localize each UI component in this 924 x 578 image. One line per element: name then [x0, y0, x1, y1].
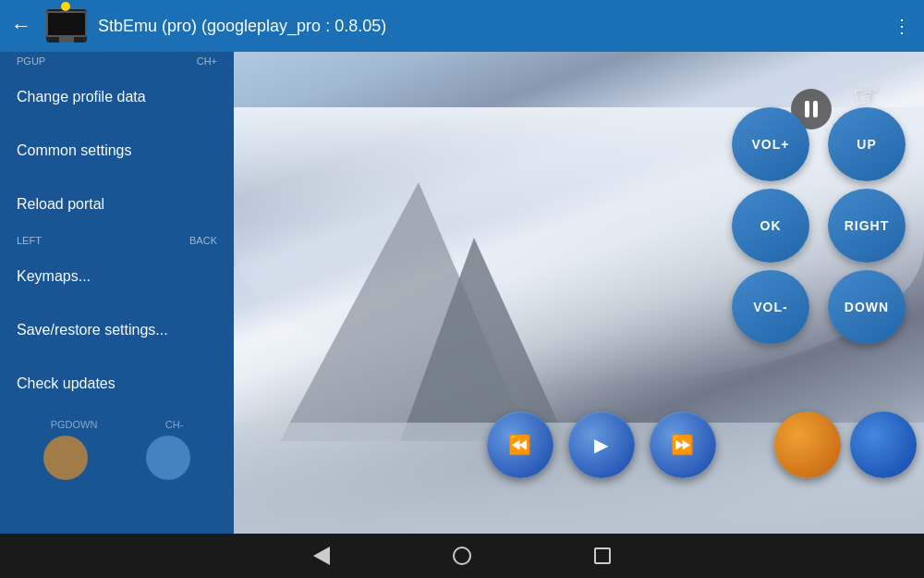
sidebar-circle-orange[interactable] [43, 436, 88, 480]
video-area: ☞ VOL+ UP OK RIGHT VOL- DOWN ⏪ ▶ ⏩ [234, 52, 924, 534]
vol-plus-button[interactable]: VOL+ [732, 107, 809, 181]
pgup-hint: PGUP [17, 55, 45, 67]
sidebar-item-check-updates[interactable]: Check updates [0, 357, 234, 411]
sidebar: PGUP CH+ Change profile data Common sett… [0, 52, 234, 534]
rewind-icon: ⏪ [508, 434, 531, 456]
sidebar-item-save-restore[interactable]: Save/restore settings... [0, 303, 234, 357]
play-icon: ▶ [594, 434, 608, 456]
sidebar-item-change-profile[interactable]: Change profile data [0, 70, 234, 124]
ch-plus-hint: CH+ [197, 55, 217, 67]
sidebar-item-keymaps[interactable]: Keymaps... [0, 250, 234, 303]
media-controls: ⏪ ▶ ⏩ [487, 412, 716, 478]
home-nav-icon [453, 547, 471, 565]
keymap-hints-mid: LEFT BACK [0, 231, 234, 250]
top-bar: ← StbEmu (pro) (googleplay_pro : 0.8.05)… [0, 0, 924, 52]
dpad-area: VOL+ UP OK RIGHT VOL- DOWN [732, 107, 917, 344]
bottom-navigation [0, 534, 924, 578]
play-button[interactable]: ▶ [568, 412, 635, 478]
nav-home-button[interactable] [447, 541, 477, 571]
main-content: PGUP CH+ Change profile data Common sett… [0, 52, 924, 534]
app-title: StbEmu (pro) (googleplay_pro : 0.8.05) [98, 17, 893, 36]
sidebar-item-reload-portal[interactable]: Reload portal [0, 178, 234, 231]
back-hint: BACK [189, 235, 217, 246]
mountain-right [400, 238, 566, 441]
sidebar-item-common-settings[interactable]: Common settings [0, 124, 234, 178]
orange-button[interactable] [774, 412, 841, 478]
back-nav-icon [313, 547, 330, 565]
sidebar-circle-blue[interactable] [146, 436, 190, 480]
rewind-button[interactable]: ⏪ [487, 412, 553, 478]
right-button[interactable]: RIGHT [828, 189, 906, 263]
fast-forward-button[interactable]: ⏩ [650, 412, 716, 478]
overflow-menu-button[interactable]: ⋮ [893, 15, 913, 37]
back-button[interactable]: ← [11, 14, 31, 38]
app-icon [46, 9, 87, 43]
sidebar-bottom-controls [0, 428, 234, 487]
recents-nav-icon [594, 547, 611, 564]
nav-back-button[interactable] [307, 541, 336, 571]
keymap-hints-top: PGUP CH+ [0, 52, 234, 70]
nav-recents-button[interactable] [588, 541, 617, 571]
vol-minus-button[interactable]: VOL- [732, 270, 809, 344]
fast-forward-icon: ⏩ [671, 434, 694, 456]
ok-button[interactable]: OK [732, 189, 809, 263]
blue-button[interactable] [850, 412, 917, 478]
up-button[interactable]: UP [828, 107, 906, 181]
left-hint: LEFT [17, 235, 42, 246]
color-buttons [774, 412, 917, 478]
down-button[interactable]: DOWN [828, 270, 906, 344]
